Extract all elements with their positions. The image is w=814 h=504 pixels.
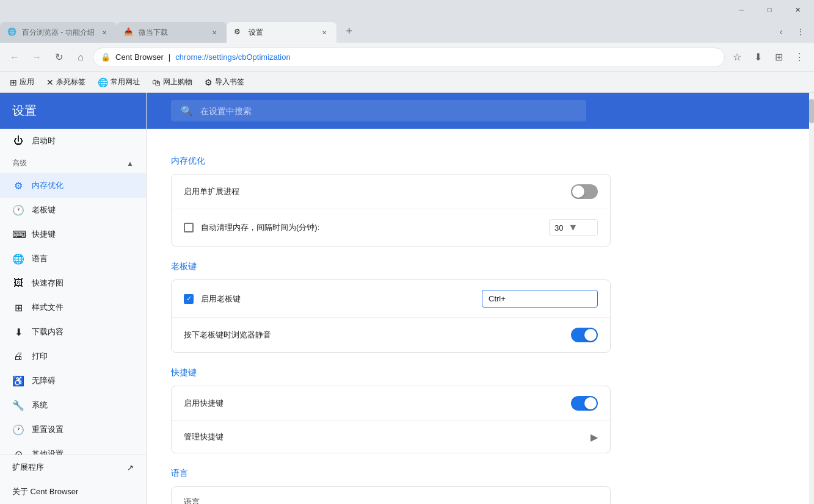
tab-bar-right: ‹ ⋮	[772, 23, 814, 43]
sidebar-item-snapshot[interactable]: 🖼 快速存图	[0, 271, 146, 295]
enable-boss-key-row: ✓ 启用老板键	[172, 280, 610, 318]
sidebar-scrollable: 设置 ⏻ 启动时 高级 ▲ ⚙ 内存优化 🕐	[0, 93, 146, 455]
language-section-title: 语言	[171, 468, 611, 479]
close-button[interactable]: ✕	[783, 0, 812, 20]
tab-scroll-left-button[interactable]: ‹	[772, 23, 790, 40]
sidebar-item-shortcuts[interactable]: ⌨ 快捷键	[0, 222, 146, 247]
enable-shortcuts-row: 启用快捷键	[172, 386, 610, 421]
more-button[interactable]: ⋮	[790, 48, 809, 67]
tab-3-close[interactable]: ✕	[319, 27, 329, 37]
search-icon: 🔍	[181, 105, 193, 117]
language-icon: 🌐	[12, 253, 24, 265]
startup-icon: ⏻	[12, 135, 24, 146]
minimize-button[interactable]: ─	[727, 0, 755, 20]
sidebar-item-boss[interactable]: 🕐 老板键	[0, 198, 146, 222]
url-bar[interactable]: 🔒 Cent Browser | chrome://settings/cbOpt…	[93, 48, 725, 67]
back-button[interactable]: ←	[5, 48, 24, 67]
sidebar-item-reset[interactable]: 🕐 重置设置	[0, 417, 146, 442]
enable-boss-key-label: 启用老板键	[201, 293, 482, 304]
bookmark-import-label: 导入书签	[215, 77, 244, 87]
sidebar-print-label: 打印	[32, 351, 48, 362]
style-icon: ⊞	[12, 302, 24, 314]
bookmark-apps[interactable]: ⊞ 应用	[5, 74, 39, 90]
reload-button[interactable]: ↻	[49, 48, 68, 67]
memory-interval-dropdown[interactable]: 30 ▼	[549, 219, 598, 236]
boss-key-input[interactable]	[482, 290, 598, 308]
sidebar-system-label: 系统	[32, 400, 48, 411]
forward-button[interactable]: →	[27, 48, 46, 67]
sidebar-item-memory[interactable]: ⚙ 内存优化	[0, 173, 146, 198]
download-icon[interactable]: ⬇	[748, 48, 768, 67]
enable-shortcuts-label: 启用快捷键	[184, 398, 571, 409]
sidebar-item-about[interactable]: 关于 Cent Browser	[0, 480, 146, 504]
search-input[interactable]	[200, 106, 576, 116]
content-inner: 内存优化 启用单扩展进程 自动清理内存，间隔时间为(分钟):	[147, 129, 635, 504]
sidebar-item-extensions[interactable]: 扩展程序 ↗	[0, 455, 146, 480]
home-button[interactable]: ⌂	[71, 48, 90, 67]
bookmark-kill-tabs[interactable]: ✕ 杀死标签	[42, 74, 90, 90]
sidebar-language-label: 语言	[32, 253, 48, 264]
single-ext-process-label: 启用单扩展进程	[184, 186, 571, 197]
manage-shortcuts-row[interactable]: 管理快捷键 ▶	[172, 421, 610, 453]
tab-bar: 🌐 百分浏览器 - 功能介绍 ✕ 📥 微当下载 ✕ ⚙ 设置 ✕ + ‹ ⋮	[0, 20, 814, 43]
single-ext-process-toggle-knob	[572, 185, 584, 198]
accessibility-icon: ♿	[12, 375, 24, 387]
auto-clear-memory-label: 自动清理内存，间隔时间为(分钟):	[201, 222, 549, 233]
tab-3[interactable]: ⚙ 设置 ✕	[227, 22, 336, 43]
tab-2-close[interactable]: ✕	[209, 27, 219, 37]
new-tab-button[interactable]: +	[339, 21, 360, 41]
bookmark-apps-label: 应用	[20, 77, 34, 87]
sidebar-title: 设置	[0, 93, 146, 129]
sidebar-accessibility-label: 无障碍	[32, 375, 56, 386]
enable-shortcuts-control	[571, 396, 598, 411]
sidebar-boss-label: 老板键	[32, 204, 56, 215]
boss-settings-card: ✓ 启用老板键 按下老板键时浏览器静音	[171, 279, 611, 353]
bookmark-common-sites[interactable]: 🌐 常用网址	[93, 74, 145, 90]
sidebar-shortcuts-label: 快捷键	[32, 229, 56, 240]
bookmark-shopping[interactable]: 🛍 网上购物	[147, 74, 197, 90]
sidebar-item-accessibility[interactable]: ♿ 无障碍	[0, 369, 146, 393]
boss-section-title: 老板键	[171, 261, 611, 272]
sidebar-item-startup[interactable]: ⏻ 启动时	[0, 129, 146, 153]
sidebar-item-style[interactable]: ⊞ 样式文件	[0, 295, 146, 320]
manage-shortcuts-control: ▶	[591, 431, 598, 443]
snapshot-icon: 🖼	[12, 278, 24, 289]
bookmark-button[interactable]: ☆	[727, 48, 747, 67]
url-lock-icon: 🔒	[101, 52, 111, 62]
single-ext-process-control	[571, 184, 598, 199]
tab-1-close[interactable]: ✕	[100, 27, 109, 37]
search-box[interactable]: 🔍	[171, 100, 586, 121]
enable-boss-key-checkbox[interactable]: ✓	[184, 294, 194, 304]
title-bar-controls: ─ □ ✕	[727, 0, 812, 20]
tab-1-title: 百分浏览器 - 功能介绍	[22, 27, 95, 38]
tab-2[interactable]: 📥 微当下载 ✕	[117, 22, 227, 43]
scrollbar-thumb[interactable]	[809, 99, 814, 123]
bookmarks-bar: ⊞ 应用 ✕ 杀死标签 🌐 常用网址 🛍 网上购物 ⚙ 导入书签	[0, 72, 814, 93]
single-ext-process-toggle[interactable]	[571, 184, 598, 199]
mute-boss-toggle[interactable]	[571, 328, 598, 342]
enable-shortcuts-toggle[interactable]	[571, 396, 598, 411]
sidebar-item-print[interactable]: 🖨 打印	[0, 344, 146, 369]
auto-clear-memory-checkbox[interactable]	[184, 223, 194, 232]
print-icon: 🖨	[12, 351, 24, 362]
manage-shortcuts-label: 管理快捷键	[184, 431, 591, 442]
scrollbar-track	[809, 93, 814, 504]
tab-2-favicon: 📥	[124, 27, 134, 37]
mute-boss-toggle-knob	[584, 329, 597, 341]
sidebar-memory-label: 内存优化	[32, 180, 64, 191]
sidebar-item-other[interactable]: ⊙ 其他设置	[0, 442, 146, 455]
sidebar-item-language[interactable]: 🌐 语言	[0, 247, 146, 271]
settings-icon[interactable]: ⊞	[769, 48, 788, 67]
more-tabs-button[interactable]: ⋮	[792, 23, 809, 40]
mute-boss-label: 按下老板键时浏览器静音	[184, 329, 571, 340]
single-ext-process-row: 启用单扩展进程	[172, 175, 610, 209]
language-setting-row[interactable]: 语言 中文（简体） ▼	[172, 487, 610, 504]
sidebar-section-advanced[interactable]: 高级 ▲	[0, 153, 146, 173]
bookmark-import[interactable]: ⚙ 导入书签	[200, 74, 249, 90]
tab-1[interactable]: 🌐 百分浏览器 - 功能介绍 ✕	[0, 22, 117, 43]
tab-2-title: 微当下载	[139, 27, 205, 38]
sidebar-item-download[interactable]: ⬇ 下载内容	[0, 320, 146, 344]
sidebar-item-system[interactable]: 🔧 系统	[0, 393, 146, 417]
language-setting-label: 语言	[184, 497, 228, 504]
maximize-button[interactable]: □	[755, 0, 783, 20]
